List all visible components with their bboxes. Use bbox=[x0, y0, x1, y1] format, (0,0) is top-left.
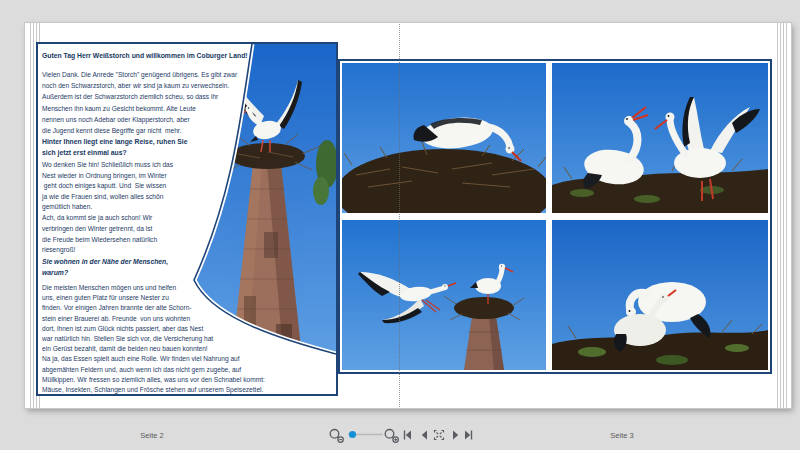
question-heading-1: Hinter Ihnen liegt eine lange Reise, ruh… bbox=[42, 136, 187, 158]
text-frame[interactable]: Guten Tag Herr Weißstorch und willkommen… bbox=[36, 42, 338, 396]
page-2-label: Seite 2 bbox=[122, 431, 182, 440]
text-line: noch den Schwarzstorch, aber wir sind ja… bbox=[42, 80, 237, 91]
paragraph-4: Die meisten Menschen mögen uns und helfe… bbox=[42, 283, 265, 395]
text-line: geht doch einiges kaputt. Und Sie wissen bbox=[42, 181, 173, 192]
text-line: war natürlich hin. Stellen Sie sich vor,… bbox=[42, 334, 265, 344]
photo-stork-resting-on-nest[interactable] bbox=[342, 63, 546, 213]
page-3-label: Seite 3 bbox=[592, 431, 652, 440]
zoom-slider[interactable] bbox=[349, 431, 382, 438]
page-fold-line bbox=[399, 24, 400, 407]
paragraph-1: Vielen Dank. Die Anrede "Storch" genügen… bbox=[42, 69, 237, 136]
text-line: stein einer Brauerei ab. Freunde von uns… bbox=[42, 314, 265, 324]
photo-grid[interactable] bbox=[338, 59, 772, 374]
text-line: dort, ihnen ist zum Glück nichts passier… bbox=[42, 324, 265, 334]
text-line: sich jetzt erst einmal aus? bbox=[42, 147, 187, 158]
text-line: Wo denken Sie hin! Schließlich muss ich … bbox=[42, 160, 173, 171]
page-stack-edge-left bbox=[30, 23, 31, 408]
text-line: warum? bbox=[42, 268, 168, 279]
text-line: Ach, da kommt sie ja auch schon! Wir bbox=[42, 213, 157, 224]
photo-stork-flying-to-nest[interactable] bbox=[342, 220, 546, 370]
text-line: Hinter Ihnen liegt eine lange Reise, ruh… bbox=[42, 136, 187, 147]
last-page-button[interactable] bbox=[465, 431, 472, 440]
right-triangle-icon bbox=[453, 431, 458, 440]
text-line: Außerdem ist der Schwarzstorch ziemlich … bbox=[42, 91, 237, 102]
text-line: Vielen Dank. Die Anrede "Storch" genügen… bbox=[42, 69, 237, 80]
page-stack-edge-right bbox=[783, 23, 784, 408]
text-line: nennen uns noch Adebar oder Klapperstorc… bbox=[42, 114, 237, 125]
left-triangle-icon bbox=[422, 431, 427, 440]
text-line: verbringen den Winter getrennt, da ist bbox=[42, 224, 157, 235]
text-line: Na ja, das Essen spielt auch eine Rolle.… bbox=[42, 354, 265, 364]
text-line: gemütlich haben. bbox=[42, 202, 173, 213]
text-line: Die meisten Menschen mögen uns und helfe… bbox=[42, 283, 265, 293]
question-heading-2: Sie wohnen in der Nähe der Menschen,waru… bbox=[42, 257, 168, 278]
zoom-in-button[interactable] bbox=[385, 430, 398, 443]
page-stack-edge-right bbox=[780, 23, 781, 408]
previous-page-button[interactable] bbox=[422, 431, 427, 440]
photo-stork-pair-preening[interactable] bbox=[552, 220, 768, 370]
text-line: abgemähten Feldern und, auch wenn ich da… bbox=[42, 365, 265, 375]
photobook-app: Guten Tag Herr Weißstorch und willkommen… bbox=[0, 0, 800, 450]
paragraph-3: Ach, da kommt sie ja auch schon! Wirverb… bbox=[42, 213, 157, 256]
text-line: finden. Vor einigen Jahren brannte der a… bbox=[42, 303, 265, 313]
text-line: die Freude beim Wiedersehen natürlich bbox=[42, 235, 157, 246]
page-stack-edge-right bbox=[786, 23, 787, 408]
right-triangle-bar-icon bbox=[465, 431, 470, 440]
text-line: Menschen ihn kaum zu Gesicht bekommt. Al… bbox=[42, 103, 237, 114]
photo-two-storks-greeting[interactable] bbox=[552, 63, 768, 213]
text-line: ein Gerüst bezahlt, damit die beiden neu… bbox=[42, 344, 265, 354]
paragraph-2: Wo denken Sie hin! Schließlich muss ich … bbox=[42, 160, 173, 213]
page-stack-edge-left bbox=[33, 23, 34, 408]
text-line: Müllkippen. Wir fressen so ziemlich alle… bbox=[42, 375, 265, 385]
zoom-out-button[interactable] bbox=[330, 430, 343, 443]
text-line: Sie wohnen in der Nähe der Menschen, bbox=[42, 257, 168, 268]
text-line: riesengroß! bbox=[42, 245, 157, 256]
fit-page-button[interactable] bbox=[435, 431, 444, 440]
navigation-toolbar: Seite 2 Seite 3 bbox=[0, 418, 800, 450]
text-line: Mäuse, Insekten, Schlangen und Frösche s… bbox=[42, 385, 265, 395]
greeting-heading: Guten Tag Herr Weißstorch und willkommen… bbox=[42, 52, 248, 59]
text-line: die Jugend kennt diese Begriffe gar nich… bbox=[42, 125, 237, 136]
first-page-button[interactable] bbox=[405, 431, 412, 440]
zoom-slider-handle bbox=[349, 431, 356, 438]
next-page-button[interactable] bbox=[453, 431, 458, 440]
text-line: uns, einen guten Platz für unsere Nester… bbox=[42, 293, 265, 303]
book-spread[interactable]: Guten Tag Herr Weißstorch und willkommen… bbox=[25, 23, 791, 408]
text-line: ja wie die Frauen sind, wollen alles sch… bbox=[42, 192, 173, 203]
page-stack-edge-right bbox=[777, 23, 778, 408]
text-line: Nest wieder in Ordnung bringen, im Winte… bbox=[42, 171, 173, 182]
compress-arrows-icon bbox=[435, 431, 444, 440]
